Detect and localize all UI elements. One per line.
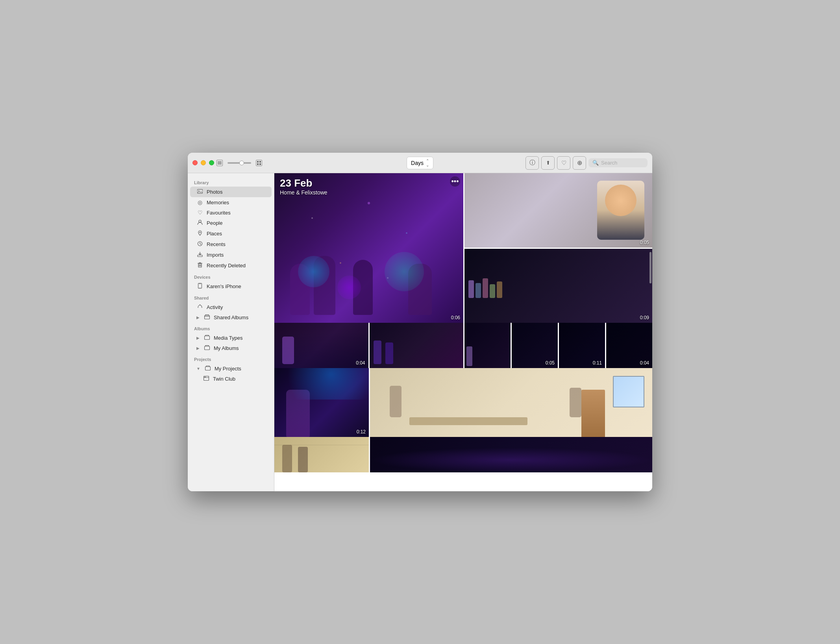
- imports-icon: [196, 252, 204, 258]
- sidebar-item-my-projects[interactable]: ▼ My Projects: [190, 363, 272, 374]
- sidebar-item-favourites[interactable]: ♡ Favourites: [190, 207, 272, 218]
- search-icon: 🔍: [592, 160, 599, 166]
- svg-point-10: [199, 220, 201, 222]
- date-text: 23 Feb: [280, 177, 327, 189]
- my-albums-icon: [204, 345, 211, 351]
- photo-group-mid1[interactable]: 0:04: [274, 323, 368, 368]
- photo-group-hall[interactable]: 0:09: [464, 249, 652, 323]
- people-label: People: [207, 220, 222, 226]
- search-box[interactable]: 🔍 Search: [588, 158, 648, 167]
- zoom-slider[interactable]: [228, 162, 251, 164]
- sidebar-item-twin-club[interactable]: Twin Club: [190, 374, 272, 384]
- photo-grid-bottom: 0:12: [274, 368, 652, 437]
- photo-last[interactable]: [370, 437, 652, 472]
- photo-small-3[interactable]: 0:11: [559, 323, 605, 368]
- party-mid2-scene: [370, 323, 464, 368]
- titlebar: Days ⌃⌄ ⓘ ⬆ ♡ ⊕ 🔍: [188, 153, 652, 173]
- close-button[interactable]: [192, 160, 198, 165]
- photo-portrait-top[interactable]: 0:05: [464, 173, 652, 248]
- photo-grid-top-right: 0:05: [464, 173, 652, 323]
- activity-label: Activity: [207, 304, 223, 310]
- my-albums-arrow-icon: ▶: [196, 346, 200, 350]
- content-area[interactable]: 23 Feb Home & Felixstowe 0:06 •••: [274, 173, 652, 491]
- people-icon: [196, 220, 204, 226]
- svg-rect-26: [205, 367, 210, 370]
- favourite-button[interactable]: ♡: [557, 156, 570, 170]
- days-dropdown[interactable]: Days ⌃⌄: [407, 157, 433, 169]
- library-section-label: Library: [188, 176, 274, 187]
- photo-grid-top: 23 Feb Home & Felixstowe 0:06 •••: [274, 173, 652, 323]
- minimize-button[interactable]: [201, 160, 206, 165]
- video-duration-p4: 0:04: [356, 360, 365, 366]
- photo-small-2[interactable]: 0:05: [512, 323, 558, 368]
- add-icon: ⊕: [577, 159, 582, 167]
- sidebar: Library Photos ◎ Memories ♡ Favourites P…: [188, 173, 274, 491]
- party-scene: [274, 244, 463, 323]
- svg-rect-2: [218, 164, 222, 165]
- photo-small-4[interactable]: 0:04: [606, 323, 652, 368]
- traffic-lights: [192, 160, 214, 165]
- video-duration-p9: 0:11: [593, 360, 602, 366]
- photo-small-1[interactable]: [464, 323, 511, 368]
- karens-iphone-label: Karen's iPhone: [207, 283, 241, 289]
- media-types-icon: [204, 335, 211, 341]
- svg-rect-24: [205, 336, 210, 340]
- party-mid1-scene: [274, 323, 368, 368]
- svg-rect-29: [204, 377, 206, 378]
- my-albums-label: My Albums: [214, 345, 239, 351]
- favourites-label: Favourites: [207, 210, 231, 216]
- window-icons: [216, 160, 262, 166]
- portrait-scene: [464, 173, 652, 248]
- shared-albums-label: Shared Albums: [214, 315, 248, 320]
- devices-section-label: Devices: [188, 271, 274, 281]
- svg-point-11: [200, 232, 201, 233]
- sidebar-item-photos[interactable]: Photos: [190, 187, 272, 197]
- recents-label: Recents: [207, 241, 226, 247]
- scrollbar-thumb[interactable]: [649, 252, 651, 283]
- my-projects-arrow-icon: ▼: [196, 366, 200, 371]
- sidebar-item-activity[interactable]: Activity: [190, 302, 272, 312]
- search-placeholder: Search: [601, 160, 617, 166]
- hall-scene: [464, 278, 652, 323]
- sidebar-toggle-icon[interactable]: [216, 160, 223, 166]
- maximize-button[interactable]: [209, 160, 214, 165]
- video-duration-p3: 0:09: [640, 315, 649, 320]
- sidebar-item-people[interactable]: People: [190, 218, 272, 228]
- sidebar-item-media-types[interactable]: ▶ Media Types: [190, 333, 272, 343]
- memories-label: Memories: [207, 200, 229, 205]
- svg-rect-13: [198, 255, 202, 257]
- info-icon: ⓘ: [529, 159, 535, 167]
- photo-large-party[interactable]: 23 Feb Home & Felixstowe 0:06 •••: [274, 173, 463, 323]
- grid-view-icon[interactable]: [256, 160, 262, 166]
- main-layout: Library Photos ◎ Memories ♡ Favourites P…: [188, 173, 652, 491]
- add-to-album-button[interactable]: ⊕: [573, 156, 586, 170]
- sidebar-item-recents[interactable]: Recents: [190, 239, 272, 250]
- photo-room[interactable]: [370, 368, 652, 437]
- share-button[interactable]: ⬆: [541, 156, 555, 170]
- svg-rect-25: [205, 346, 210, 350]
- sidebar-item-memories[interactable]: ◎ Memories: [190, 197, 272, 207]
- twin-club-label: Twin Club: [213, 376, 235, 382]
- memories-icon: ◎: [196, 199, 204, 205]
- last-scene: [370, 437, 652, 472]
- info-button[interactable]: ⓘ: [525, 156, 539, 170]
- sidebar-item-places[interactable]: Places: [190, 228, 272, 239]
- recently-deleted-icon: [196, 262, 204, 269]
- blue-party-scene: [274, 368, 369, 437]
- activity-icon: [196, 304, 204, 310]
- photo-corridor[interactable]: [274, 437, 369, 472]
- shared-section-label: Shared: [188, 292, 274, 302]
- photo-group-mid2[interactable]: [370, 323, 464, 368]
- photo-row2-left: 0:04: [274, 323, 463, 368]
- sidebar-item-recently-deleted[interactable]: Recently Deleted: [190, 260, 272, 271]
- more-options-button[interactable]: •••: [450, 176, 460, 187]
- recently-deleted-label: Recently Deleted: [207, 263, 246, 268]
- main-window: Days ⌃⌄ ⓘ ⬆ ♡ ⊕ 🔍: [188, 153, 652, 491]
- photo-party-blue[interactable]: 0:12: [274, 368, 369, 437]
- sidebar-item-iphone[interactable]: Karen's iPhone: [190, 281, 272, 292]
- sidebar-item-shared-albums[interactable]: ▶ Shared Albums: [190, 312, 272, 322]
- days-chevron-icon: ⌃⌄: [426, 159, 429, 167]
- sidebar-item-imports[interactable]: Imports: [190, 250, 272, 260]
- sidebar-item-my-albums[interactable]: ▶ My Albums: [190, 343, 272, 353]
- shared-albums-icon: [204, 314, 211, 320]
